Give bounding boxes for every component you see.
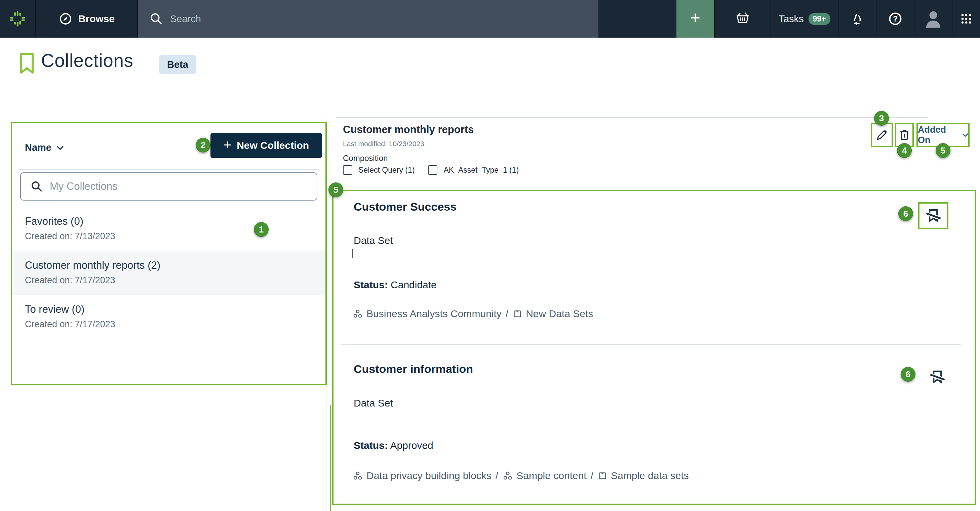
sidebar-divider <box>18 169 320 170</box>
annotation-line-partial <box>330 405 331 511</box>
nav-spacer <box>598 0 676 38</box>
breadcrumb-domain-link[interactable]: New Data Sets <box>512 308 593 319</box>
composition-filters: Select Query (1) AK_Asset_Type_1 (1) <box>343 165 519 175</box>
nav-avatar-button[interactable] <box>914 0 952 38</box>
checkbox-icon[interactable] <box>343 165 352 175</box>
nav-browse-button[interactable]: Browse <box>35 0 137 38</box>
collections-list: Favorites (0) Created on: 7/13/2023 Cust… <box>12 206 325 339</box>
remove-from-collection-button[interactable] <box>928 367 947 387</box>
grid-menu-icon <box>959 11 974 26</box>
breadcrumb-label: Sample content <box>516 470 586 481</box>
asset-title[interactable]: Customer Success <box>354 200 457 213</box>
new-collection-button[interactable]: + New Collection <box>210 133 322 158</box>
filter-ak-asset-type-1[interactable]: AK_Asset_Type_1 (1) <box>428 165 519 175</box>
annotation-badge-2: 2 <box>196 138 210 152</box>
breadcrumb: Business Analysts Community / New Data S… <box>352 308 593 319</box>
sort-by-name-dropdown[interactable]: Name <box>25 142 64 153</box>
card-divider <box>341 344 961 345</box>
search-icon <box>30 180 43 193</box>
breadcrumb-community-link[interactable]: Business Analysts Community <box>352 308 501 319</box>
sort-label: Name <box>25 142 51 153</box>
breadcrumb-label: Business Analysts Community <box>366 308 501 319</box>
collection-created: Created on: 7/17/2023 <box>25 275 325 286</box>
bookmark-slash-icon <box>929 368 946 386</box>
avatar <box>923 8 944 30</box>
nav-basket-button[interactable] <box>714 0 770 38</box>
chevron-down-icon <box>57 146 64 150</box>
breadcrumb-separator: / <box>591 470 593 481</box>
filter-select-query[interactable]: Select Query (1) <box>343 165 415 175</box>
help-icon: ? <box>887 11 904 27</box>
collection-title: To review (0) <box>25 303 325 316</box>
bookmark-slash-icon <box>924 207 942 224</box>
plus-icon: + <box>690 9 700 27</box>
beta-badge: Beta <box>159 55 196 74</box>
breadcrumb-label: Sample data sets <box>611 470 689 481</box>
breadcrumb-label: New Data Sets <box>526 308 593 319</box>
annotation-badge-1: 1 <box>254 222 269 237</box>
nav-apps-menu-button[interactable] <box>952 0 980 38</box>
last-modified-text: Last modified: 10/23/2023 <box>343 140 424 148</box>
nav-search <box>137 0 598 38</box>
nav-workflow-button[interactable] <box>838 0 876 38</box>
workflow-cycle-icon <box>850 11 865 27</box>
chevron-down-icon <box>962 133 968 137</box>
breadcrumb-community-link[interactable]: Data privacy building blocks <box>352 470 492 481</box>
status-label: Status: <box>354 279 388 290</box>
nav-search-input[interactable] <box>170 13 574 25</box>
breadcrumb-separator: / <box>496 470 498 481</box>
nav-tasks-label: Tasks <box>779 13 803 25</box>
list-item-to-review[interactable]: To review (0) Created on: 7/17/2023 <box>12 295 325 339</box>
annotation-badge-5-toolbar: 5 <box>935 143 950 158</box>
nav-browse-label: Browse <box>78 13 115 25</box>
annotation-badge-6-card1: 6 <box>898 206 913 221</box>
my-collections-search <box>20 172 317 201</box>
status-value: Approved <box>390 440 433 451</box>
community-icon <box>352 308 363 319</box>
collections-sidebar: Name + New Collection Favorites (0) Crea… <box>11 122 327 386</box>
domain-icon <box>597 471 608 481</box>
list-item-customer-monthly-reports[interactable]: Customer monthly reports (2) Created on:… <box>12 251 325 295</box>
asset-title[interactable]: Customer information <box>354 362 473 376</box>
page-title: Collections <box>41 50 134 71</box>
tasks-count-badge: 99+ <box>808 13 830 25</box>
collection-title: Favorites (0) <box>25 215 325 227</box>
search-icon <box>149 12 163 26</box>
collections-bookmark-icon <box>19 52 35 75</box>
status-label: Status: <box>354 440 388 451</box>
domain-icon <box>512 309 522 319</box>
breadcrumb-domain-link[interactable]: Sample data sets <box>597 470 689 481</box>
annotation-badge-5-panel: 5 <box>328 182 343 197</box>
checkbox-icon[interactable] <box>428 165 438 175</box>
my-collections-search-input[interactable] <box>50 181 299 192</box>
community-icon <box>502 470 513 481</box>
community-icon <box>352 470 363 481</box>
collection-assets-panel: Customer Success Data Set Status: Candid… <box>332 190 976 505</box>
breadcrumb-separator: / <box>506 308 508 319</box>
nav-help-button[interactable]: ? <box>876 0 914 38</box>
collibra-logo-icon <box>9 10 26 27</box>
remove-from-collection-button[interactable] <box>918 202 948 229</box>
filter-label: AK_Asset_Type_1 (1) <box>444 166 519 175</box>
nav-tasks-button[interactable]: Tasks 99+ <box>770 0 838 38</box>
nav-create-button[interactable]: + <box>676 0 714 38</box>
collection-created: Created on: 7/17/2023 <box>25 319 325 330</box>
status-value: Candidate <box>391 279 437 290</box>
trash-icon <box>898 129 911 141</box>
edit-collection-button[interactable] <box>871 123 893 147</box>
filter-label: Select Query (1) <box>358 166 415 175</box>
new-collection-label: New Collection <box>237 140 309 151</box>
basket-icon <box>735 11 751 27</box>
list-item-favorites[interactable]: Favorites (0) Created on: 7/13/2023 <box>12 206 325 251</box>
breadcrumb: Data privacy building blocks / Sample co… <box>352 470 689 481</box>
compass-icon <box>58 11 73 26</box>
top-nav: Browse + Tasks 99+ <box>0 0 980 38</box>
pencil-icon <box>875 129 889 142</box>
app-logo[interactable] <box>0 0 35 38</box>
collection-detail-title: Customer monthly reports <box>343 124 474 136</box>
breadcrumb-community-link[interactable]: Sample content <box>502 470 586 481</box>
annotation-badge-6-card2: 6 <box>900 367 915 382</box>
asset-status: Status: Approved <box>354 440 433 451</box>
plus-icon: + <box>224 138 231 152</box>
asset-type: Data Set <box>354 235 393 246</box>
